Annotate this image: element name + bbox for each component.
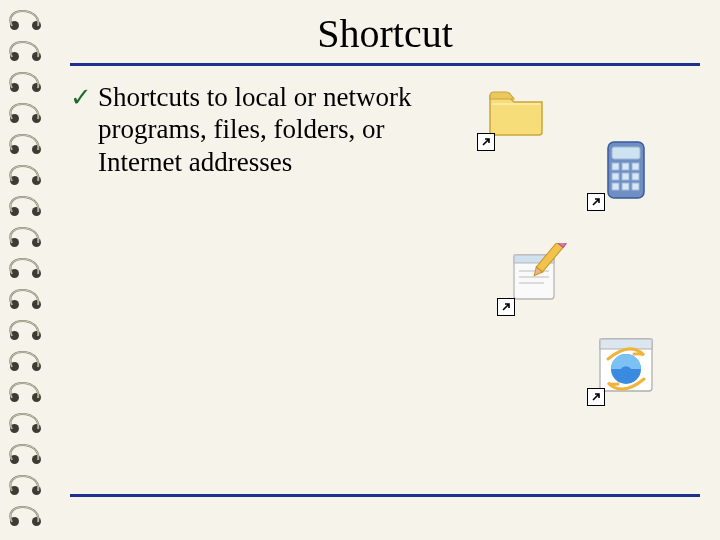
folder-shortcut-icon: [480, 76, 552, 148]
svg-rect-2: [612, 163, 619, 170]
svg-rect-1: [612, 147, 640, 159]
svg-rect-3: [622, 163, 629, 170]
checkmark-icon: ✓: [70, 82, 92, 113]
svg-rect-5: [612, 173, 619, 180]
divider-top: [70, 63, 700, 66]
divider-bottom: [70, 494, 700, 497]
svg-rect-4: [632, 163, 639, 170]
shortcut-arrow-icon: [497, 298, 515, 316]
shortcut-arrow-icon: [587, 193, 605, 211]
bullet-item: ✓ Shortcuts to local or network programs…: [70, 81, 440, 178]
svg-rect-10: [632, 183, 639, 190]
slide-body: ✓ Shortcuts to local or network programs…: [70, 81, 700, 178]
bullet-text: Shortcuts to local or network programs, …: [98, 81, 440, 178]
svg-rect-7: [632, 173, 639, 180]
svg-rect-20: [600, 339, 652, 349]
slide-title: Shortcut: [70, 10, 700, 57]
shortcut-arrow-icon: [587, 388, 605, 406]
svg-rect-6: [622, 173, 629, 180]
ie-shortcut-icon: [590, 331, 662, 403]
shortcut-arrow-icon: [477, 133, 495, 151]
svg-rect-9: [622, 183, 629, 190]
spiral-binding: (function(){ var c = document.currentScr…: [8, 10, 48, 537]
calculator-shortcut-icon: [590, 136, 662, 208]
icon-column: [440, 81, 700, 178]
slide-content: Shortcut ✓ Shortcuts to local or network…: [60, 0, 710, 530]
text-column: ✓ Shortcuts to local or network programs…: [70, 81, 440, 178]
notepad-shortcut-icon: [500, 241, 572, 313]
svg-rect-8: [612, 183, 619, 190]
